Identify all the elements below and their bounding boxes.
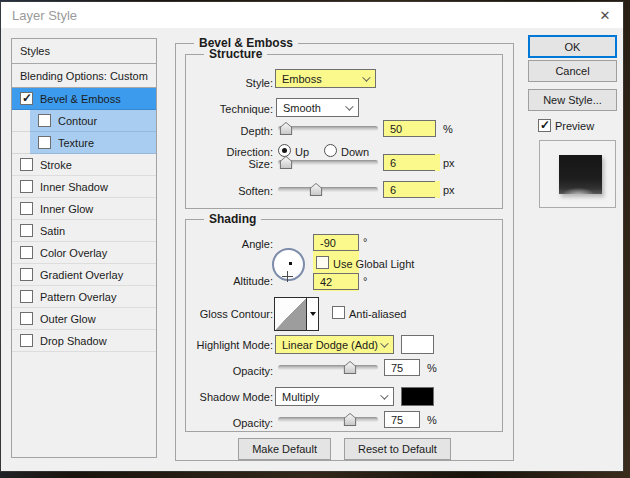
sidebar-item-contour[interactable]: Contour [12,110,156,132]
sidebar-item-label: Outer Glow [40,313,96,325]
sidebar-item-pattern-overlay[interactable]: Pattern Overlay [12,286,156,308]
ok-button[interactable]: OK [528,35,617,58]
slider-thumb[interactable] [344,413,357,426]
sidebar-item-outer-glow[interactable]: Outer Glow [12,308,156,330]
cancel-button[interactable]: Cancel [528,60,617,82]
highlight-color-swatch[interactable] [401,335,434,354]
gloss-contour-label: Gloss Contour: [186,308,273,320]
slider-thumb[interactable] [310,183,323,196]
drop-shadow-checkbox[interactable] [20,334,33,347]
sidebar-item-inner-glow[interactable]: Inner Glow [12,198,156,220]
sidebar-item-inner-shadow[interactable]: Inner Shadow [12,176,156,198]
sidebar-item-label: Pattern Overlay [40,291,116,303]
triangle-down-icon [310,312,316,316]
sidebar-item-stroke[interactable]: Stroke [12,154,156,176]
altitude-label: Altitude: [186,275,273,287]
dial-center-dot [289,262,292,265]
sidebar-item-gradient-overlay[interactable]: Gradient Overlay [12,264,156,286]
sidebar-item-label: Drop Shadow [40,335,107,347]
style-preview-panel [539,140,616,208]
stroke-checkbox[interactable] [20,158,33,171]
use-global-light-checkbox[interactable] [316,256,329,269]
sidebar-item-blending-options[interactable]: Blending Options: Custom [12,64,156,88]
satin-checkbox[interactable] [20,224,33,237]
highlight-mode-select[interactable]: Linear Dodge (Add) [275,335,394,354]
inner-shadow-checkbox[interactable] [20,180,33,193]
direction-label: Direction: [186,146,273,158]
style-label: Style: [186,77,273,89]
sidebar-item-label: Blending Options: Custom [20,70,148,82]
slider-track[interactable] [278,187,378,192]
color-overlay-checkbox[interactable] [20,246,33,259]
sidebar-item-texture[interactable]: Texture [12,132,156,154]
angle-unit: ° [363,236,367,248]
structure-title: Structure [204,47,267,61]
gloss-contour-thumbnail[interactable] [274,297,307,331]
sidebar-item-color-overlay[interactable]: Color Overlay [12,242,156,264]
technique-select[interactable]: Smooth [276,98,359,117]
slider-thumb[interactable] [280,156,293,169]
depth-label: Depth: [186,125,273,137]
depth-input[interactable]: 50 [383,120,436,137]
angle-input[interactable]: -90 [313,234,359,251]
layer-style-dialog: Layer Style ✕ Styles Blending Options: C… [1,2,623,471]
chevron-down-icon [345,102,353,110]
shadow-opacity-label: Opacity: [186,417,273,429]
altitude-input[interactable]: 42 [313,273,359,290]
style-select[interactable]: Emboss [275,69,376,88]
anti-aliased-checkbox[interactable] [332,306,345,319]
sidebar-item-drop-shadow[interactable]: Drop Shadow [12,330,156,352]
preview-toggle[interactable]: Preview [538,119,594,132]
contour-checkbox[interactable] [38,114,51,127]
texture-checkbox[interactable] [38,136,51,149]
new-style-button[interactable]: New Style... [528,89,617,111]
styles-header: Styles [12,39,156,64]
shadow-color-swatch[interactable] [401,387,434,406]
make-default-button[interactable]: Make Default [238,438,331,460]
highlight-opacity-unit: % [427,362,437,374]
sidebar-item-label: Gradient Overlay [40,269,123,281]
shadow-mode-select[interactable]: Multiply [275,387,394,406]
shadow-opacity-input[interactable]: 75 [384,411,420,428]
angle-dial[interactable] [272,248,305,281]
slider-track[interactable] [278,126,378,131]
crosshair-cursor-icon [282,271,293,282]
sidebar-item-satin[interactable]: Satin [12,220,156,242]
bevel-emboss-checkbox[interactable] [20,92,33,105]
slider-track[interactable] [278,417,378,422]
anti-aliased-label: Anti-aliased [349,308,406,320]
pattern-overlay-checkbox[interactable] [20,290,33,303]
styles-panel: Styles Blending Options: Custom Bevel & … [11,38,157,458]
slider-track[interactable] [278,160,378,165]
reset-to-default-button[interactable]: Reset to Default [344,438,451,460]
size-slider[interactable] [278,155,378,169]
sidebar-item-label: Bevel & Emboss [40,93,121,105]
highlight-opacity-input[interactable]: 75 [384,359,420,376]
slider-thumb[interactable] [344,361,357,374]
technique-label: Technique: [186,103,273,115]
close-icon[interactable]: ✕ [596,6,614,24]
inner-glow-checkbox[interactable] [20,202,33,215]
dropdown-arrow-button[interactable] [307,297,319,331]
slider-thumb[interactable] [280,122,293,135]
style-select-value: Emboss [282,73,322,85]
use-global-light-label: Use Global Light [333,258,414,270]
gloss-contour-picker[interactable] [274,297,319,331]
sidebar-item-label: Stroke [40,159,72,171]
shadow-opacity-slider[interactable] [278,412,378,426]
outer-glow-checkbox[interactable] [20,312,33,325]
preview-checkbox[interactable] [538,119,551,132]
soften-input[interactable]: 6 [383,181,436,198]
depth-slider[interactable] [278,121,378,135]
highlight-opacity-label: Opacity: [186,365,273,377]
gradient-overlay-checkbox[interactable] [20,268,33,281]
soften-slider[interactable] [278,182,378,196]
highlight-opacity-slider[interactable] [278,360,378,374]
shadow-mode-label: Shadow Mode: [186,391,273,403]
defaults-button-row: Make Default Reset to Default [176,438,513,460]
sidebar-item-bevel-emboss[interactable]: Bevel & Emboss [12,88,156,110]
sidebar-item-label: Color Overlay [40,247,107,259]
angle-label: Angle: [186,238,273,250]
size-input[interactable]: 6 [383,154,436,171]
slider-track[interactable] [278,365,378,370]
